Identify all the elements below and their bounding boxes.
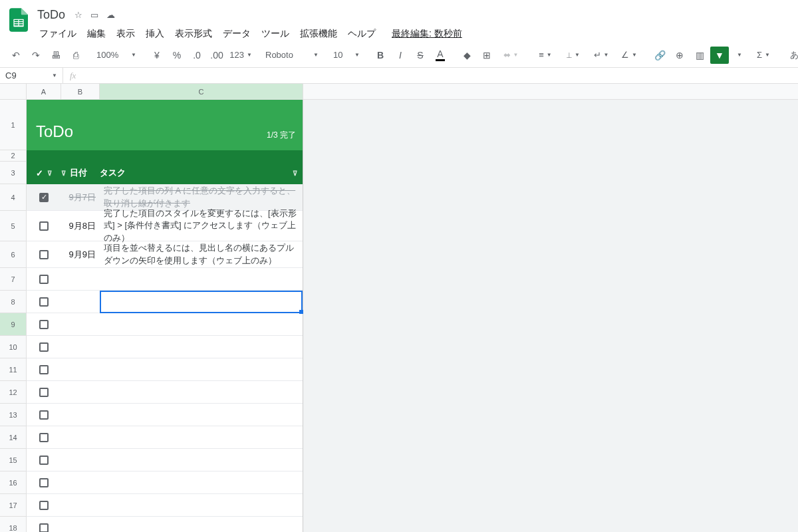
checkbox[interactable]	[39, 478, 49, 487]
wrap-icon[interactable]: ↵▼	[588, 47, 614, 64]
date-cell[interactable]	[61, 517, 100, 532]
row-header[interactable]: 2	[0, 150, 27, 162]
menu-help[interactable]: ヘルプ	[343, 25, 380, 43]
date-cell[interactable]	[61, 449, 100, 471]
text-color-icon[interactable]: A	[431, 47, 450, 64]
date-cell[interactable]	[61, 336, 100, 358]
task-cell[interactable]	[100, 426, 303, 448]
v-align-icon[interactable]: ⟂▼	[560, 47, 587, 64]
checkbox[interactable]	[39, 297, 49, 307]
row-header[interactable]: 18	[0, 517, 27, 532]
task-cell[interactable]	[100, 268, 303, 290]
move-icon[interactable]: ▭	[90, 10, 98, 20]
table-row[interactable]	[27, 313, 303, 336]
table-row[interactable]	[27, 426, 303, 449]
task-cell[interactable]	[100, 313, 303, 335]
menu-edit[interactable]: 編集	[82, 25, 110, 43]
select-all-corner[interactable]	[0, 84, 27, 99]
row-header[interactable]: 16	[0, 471, 27, 494]
row-header[interactable]: 10	[0, 336, 27, 358]
date-cell[interactable]	[61, 471, 100, 493]
menu-data[interactable]: データ	[218, 25, 255, 43]
italic-icon[interactable]: I	[391, 47, 410, 64]
col-header-c[interactable]: C	[100, 84, 303, 99]
comment-icon[interactable]: ⊕	[670, 47, 689, 64]
undo-icon[interactable]: ↶	[7, 47, 25, 64]
row-header[interactable]: 9	[0, 313, 27, 336]
link-icon[interactable]: 🔗	[650, 47, 669, 64]
row-header[interactable]: 5	[0, 211, 27, 241]
row-header[interactable]: 1	[0, 100, 27, 150]
table-row[interactable]	[27, 517, 303, 532]
task-cell[interactable]	[100, 291, 303, 313]
document-title[interactable]: ToDo	[35, 7, 68, 23]
task-cell[interactable]	[100, 404, 303, 426]
redo-icon[interactable]: ↷	[27, 47, 45, 64]
row-header[interactable]: 4	[0, 184, 27, 211]
date-cell[interactable]	[61, 291, 100, 313]
table-row[interactable]	[27, 381, 303, 404]
date-cell[interactable]	[61, 381, 100, 403]
task-cell[interactable]	[100, 517, 303, 532]
print-icon[interactable]: 🖶	[47, 47, 65, 64]
filter-icon[interactable]: ▼	[710, 47, 729, 64]
paint-format-icon[interactable]: ⎙	[66, 47, 85, 64]
task-cell[interactable]: 項目を並べ替えるには、見出し名の横にあるプルダウンの矢印を使用します（ウェブ上の…	[100, 241, 303, 267]
row-header[interactable]: 13	[0, 404, 27, 426]
borders-icon[interactable]: ⊞	[477, 47, 496, 64]
table-row[interactable]: ✓9月7日完了した項目の列 A に任意の文字を入力すると、取り消し線が付きます	[27, 184, 303, 211]
strikethrough-icon[interactable]: S	[411, 47, 430, 64]
table-row[interactable]	[27, 494, 303, 517]
more-formats[interactable]: 123▼	[227, 47, 254, 64]
table-row[interactable]	[27, 449, 303, 471]
row-header[interactable]: 7	[0, 268, 27, 291]
col-header-a[interactable]: A	[27, 84, 61, 99]
checkbox[interactable]	[39, 221, 49, 231]
menu-tools[interactable]: ツール	[257, 25, 294, 43]
font-select[interactable]: Roboto▼	[262, 47, 322, 64]
col-header-b[interactable]: B	[61, 84, 100, 99]
date-cell[interactable]	[61, 404, 100, 426]
fill-color-icon[interactable]: ◆	[458, 47, 476, 64]
sheets-logo[interactable]	[5, 7, 32, 33]
table-row[interactable]	[27, 336, 303, 358]
name-box[interactable]: C9▼	[0, 68, 63, 84]
checkbox[interactable]	[39, 342, 49, 352]
checkbox[interactable]	[39, 410, 49, 420]
task-cell[interactable]	[100, 449, 303, 471]
task-cell[interactable]: 完了した項目のスタイルを変更するには、[表示形式] > [条件付き書式] にアク…	[100, 211, 303, 241]
font-size[interactable]: 10▼	[330, 47, 363, 64]
chart-icon[interactable]: ▥	[690, 47, 709, 64]
date-cell[interactable]	[61, 358, 100, 380]
filter-arrow-icon[interactable]: ⊽	[293, 170, 297, 177]
table-row[interactable]	[27, 404, 303, 426]
merge-icon[interactable]: ⬌▼	[497, 47, 524, 64]
functions-icon[interactable]: Σ▼	[750, 47, 777, 64]
bold-icon[interactable]: B	[371, 47, 390, 64]
cells-area[interactable]: ToDo1/3 完了✓⊽⊽日付タスク⊽✓9月7日完了した項目の列 A に任意の文…	[27, 100, 303, 532]
row-header[interactable]: 15	[0, 449, 27, 471]
table-row[interactable]	[27, 291, 303, 313]
cloud-icon[interactable]: ☁	[106, 10, 115, 20]
zoom-select[interactable]: 100%▼	[93, 47, 140, 64]
checkbox[interactable]	[39, 365, 49, 374]
last-edit-link[interactable]: 最終編集: 数秒前	[387, 25, 467, 43]
row-header[interactable]: 12	[0, 381, 27, 404]
checkbox[interactable]	[39, 320, 49, 329]
date-cell[interactable]	[61, 494, 100, 516]
date-cell[interactable]: 9月7日	[61, 184, 100, 210]
rotate-icon[interactable]: ∠▼	[616, 47, 642, 64]
row-header[interactable]: 8	[0, 291, 27, 313]
filter-views-icon[interactable]: ▼	[730, 47, 749, 64]
date-cell[interactable]	[61, 268, 100, 290]
date-cell[interactable]: 9月8日	[61, 211, 100, 241]
table-row[interactable]	[27, 268, 303, 291]
checkbox[interactable]: ✓	[39, 193, 49, 202]
checkbox[interactable]	[39, 250, 49, 259]
filter-arrow-icon[interactable]: ⊽	[47, 170, 52, 177]
menu-insert[interactable]: 挿入	[141, 25, 169, 43]
menu-view[interactable]: 表示	[112, 25, 140, 43]
h-align-icon[interactable]: ≡▼	[532, 47, 559, 64]
checkbox[interactable]	[39, 456, 49, 465]
decrease-decimal-icon[interactable]: .0	[188, 47, 206, 64]
